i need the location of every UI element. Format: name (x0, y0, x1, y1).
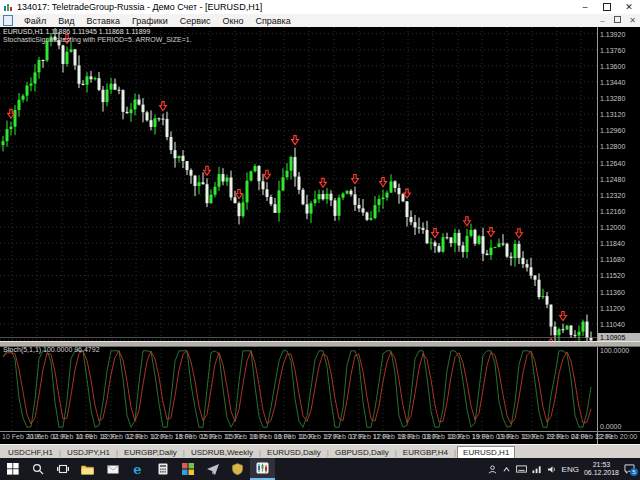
volume-icon[interactable] (547, 465, 557, 474)
stochastic-canvas[interactable] (0, 345, 597, 431)
mt4-icon[interactable] (250, 458, 275, 480)
menu-item-5[interactable]: Окно (217, 16, 250, 26)
stochastic-pane[interactable] (0, 345, 597, 431)
ea-comment-line: StochasticSignals testing with PERIOD=5.… (3, 36, 192, 43)
menu-item-4[interactable]: Сервис (174, 16, 217, 26)
photos-icon[interactable] (175, 458, 200, 480)
language-indicator[interactable]: ENG (562, 465, 579, 474)
start-icon[interactable] (0, 458, 25, 480)
main-chart-pane[interactable] (0, 27, 597, 341)
price-axis-label: 1.13920 (600, 31, 625, 38)
price-axis-label: 1.11200 (600, 305, 625, 312)
minimize-button[interactable]: – (574, 0, 596, 14)
menu-item-0[interactable]: Файл (18, 16, 52, 26)
tab-separator: | (259, 448, 261, 457)
shield-icon[interactable] (225, 458, 250, 480)
close-button[interactable]: ✕ (618, 0, 640, 14)
chart-tab-USDCHF-H1[interactable]: USDCHF,H1 (3, 447, 58, 458)
file-explorer-icon[interactable] (75, 458, 100, 480)
edge-glyph: e (133, 462, 141, 477)
desktop: 134017: TeletradeGroup-Russia - Демо Сче… (0, 0, 640, 480)
price-axis-label: 1.12960 (600, 127, 625, 134)
ohlc-info-line: EURUSD,H1 1.11886 1.11945 1.11868 1.1189… (3, 28, 150, 35)
child-minimize-button[interactable]: – (595, 16, 610, 25)
people-icon[interactable] (488, 465, 497, 474)
menu-item-2[interactable]: Вставка (80, 16, 125, 26)
stoch-axis-top-label: 100.0000 (600, 347, 629, 354)
child-restore-button[interactable] (610, 16, 625, 25)
tab-separator: | (395, 448, 397, 457)
price-axis-label: 1.11520 (600, 272, 625, 279)
price-axis[interactable] (597, 27, 640, 444)
search-icon[interactable] (25, 458, 50, 480)
notification-badge: 5 (630, 468, 638, 476)
task-view-icon[interactable] (50, 458, 75, 480)
price-axis-label: 1.12160 (600, 208, 625, 215)
app-icon (3, 2, 13, 12)
window-resize-handle[interactable] (0, 341, 640, 347)
clock-date: 06.12.2018 (584, 469, 619, 477)
edge-icon[interactable]: e (125, 458, 150, 480)
taskbar: e ENG 21:53 06.12.2018 (0, 458, 640, 480)
time-axis-label: 22 Feb 20:00 (596, 433, 637, 440)
chart-window-icon[interactable] (3, 15, 13, 26)
menu-item-1[interactable]: Вид (52, 16, 80, 26)
price-axis-label: 1.11840 (600, 240, 625, 247)
price-axis-label: 1.11360 (600, 289, 625, 296)
chart-tab-EURGBP-Daily[interactable]: EURGBP,Daily (119, 447, 182, 458)
chart-tab-USDRUB-Weekly[interactable]: USDRUB,Weekly (186, 447, 258, 458)
clock-time: 21:53 (593, 461, 611, 469)
chevron-up-icon[interactable] (502, 466, 511, 473)
price-axis-label: 1.13600 (600, 63, 625, 70)
keyboard-icon[interactable] (516, 465, 527, 473)
child-close-button[interactable]: ✕ (625, 16, 640, 25)
menu-item-3[interactable]: Графики (126, 16, 174, 26)
menu-item-6[interactable]: Справка (249, 16, 296, 26)
price-axis-label: 1.13440 (600, 79, 625, 86)
chart-tab-GBPUSD-Daily[interactable]: GBPUSD,Daily (330, 447, 394, 458)
price-axis-label: 1.12640 (600, 160, 625, 167)
paper-plane-icon[interactable] (200, 458, 225, 480)
clock[interactable]: 21:53 06.12.2018 (584, 461, 619, 477)
tab-separator: | (59, 448, 61, 457)
mail-icon[interactable] (100, 458, 125, 480)
chart-tab-EURGBP-H4[interactable]: EURGBP,H4 (398, 447, 453, 458)
main-chart-canvas[interactable] (0, 27, 597, 341)
action-center-icon[interactable]: 5 (624, 464, 635, 474)
price-axis-label: 1.12000 (600, 224, 625, 231)
system-tray: ENG 21:53 06.12.2018 5 (488, 458, 640, 480)
price-axis-label: 1.13280 (600, 95, 625, 102)
axis-separator (0, 431, 640, 432)
calculator-icon[interactable] (150, 458, 175, 480)
network-icon[interactable] (532, 465, 542, 474)
price-axis-label: 1.12800 (600, 143, 625, 150)
menu-bar: ФайлВидВставкаГрафикиСервисОкноСправка –… (0, 14, 640, 28)
tab-separator: | (454, 448, 456, 457)
chart-tab-USDJPY-H1[interactable]: USDJPY,H1 (62, 447, 115, 458)
restore-icon (603, 3, 611, 11)
price-axis-label: 1.11680 (600, 256, 625, 263)
price-axis-label: 1.13760 (600, 47, 625, 54)
child-restore-icon (614, 16, 621, 23)
stoch-axis-bottom-label: 0.0000 (600, 423, 621, 430)
chart-tab-EURUSD-H1[interactable]: EURUSD,H1 (457, 446, 515, 459)
window-title: 134017: TeletradeGroup-Russia - Демо Сче… (17, 2, 262, 12)
price-axis-label: 1.12480 (600, 176, 625, 183)
tab-separator: | (183, 448, 185, 457)
price-axis-label: 1.11040 (600, 321, 625, 328)
restore-button[interactable] (596, 0, 618, 14)
price-axis-label: 1.13120 (600, 111, 625, 118)
window-titlebar: 134017: TeletradeGroup-Russia - Демо Сче… (0, 0, 640, 14)
stochastic-label: Stoch(5,1,1) 100.0000 96.4792 (3, 346, 100, 353)
tab-separator: | (327, 448, 329, 457)
chart-tab-bar: USDCHF,H1|USDJPY,H1|EURGBP,Daily|USDRUB,… (0, 444, 640, 459)
price-axis-label: 1.12320 (600, 192, 625, 199)
chart-tab-EURUSD-Daily[interactable]: EURUSD,Daily (262, 447, 326, 458)
tab-separator: | (116, 448, 118, 457)
